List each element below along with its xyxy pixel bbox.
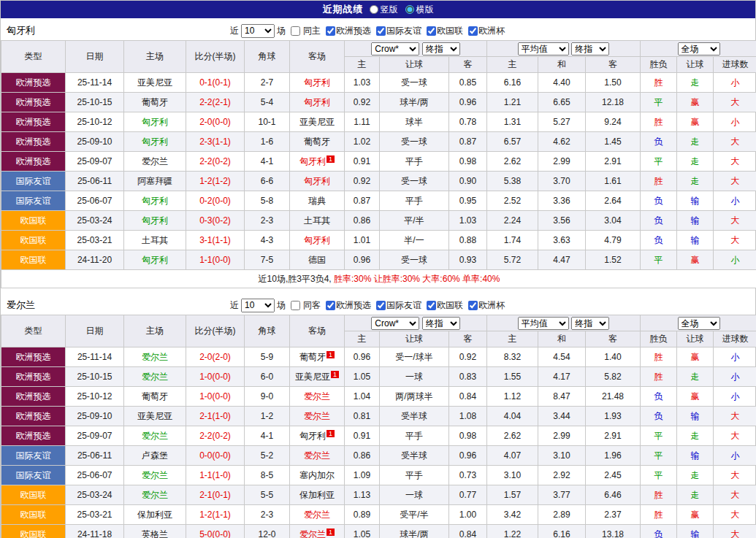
bookmaker-select[interactable]: Crow* [371, 42, 419, 55]
odds-away: 1.03 [449, 211, 487, 231]
comp-option[interactable]: 国际友谊 [373, 299, 421, 312]
home-team: 匈牙利 [124, 250, 186, 270]
team-name: 匈牙利 [304, 235, 330, 245]
avg-draw: 3.44 [538, 407, 586, 426]
result-outcome: 平 [641, 250, 677, 270]
result-outcome: 负 [641, 132, 677, 152]
rank-badge: 1 [327, 351, 335, 358]
match-type: 欧国联 [1, 525, 66, 538]
bookmaker-select[interactable]: Crow* [371, 317, 419, 330]
filter-bar: 近 10 场 同主 欧洲预选 国际友谊 欧国联 欧洲杯 [230, 24, 505, 38]
odds-away: 0.87 [449, 132, 487, 152]
odds-handicap: 平手 [380, 426, 449, 446]
odds-time-select[interactable]: 终指 [422, 317, 460, 330]
col-type: 类型 [1, 41, 66, 73]
average-time-select[interactable]: 终指 [571, 42, 609, 55]
match-date: 25-10-15 [66, 367, 124, 387]
result-handicap: 赢 [677, 112, 714, 132]
team-name: 葡萄牙 [304, 137, 330, 147]
comp-option[interactable]: 欧国联 [424, 25, 463, 37]
comp-option[interactable]: 欧洲预选 [323, 299, 371, 312]
match-type: 欧国联 [1, 505, 66, 525]
match-date: 25-10-15 [66, 93, 124, 112]
match-type: 国际友谊 [1, 446, 66, 466]
corners: 1-6 [245, 132, 290, 152]
period-select[interactable]: 全场 [678, 42, 720, 55]
col-corner: 角球 [245, 41, 290, 73]
result-handicap: 走 [677, 485, 714, 505]
away-team: 保加利亚 [290, 485, 345, 505]
result-goals: 小 [714, 446, 756, 466]
rank-badge: 1 [327, 430, 335, 437]
team-name: 葡萄牙 [299, 352, 326, 362]
comp-checkbox[interactable] [427, 301, 436, 310]
comp-checkbox[interactable] [376, 301, 386, 310]
result-handicap: 赢 [677, 347, 714, 367]
avg-draw: 4.62 [538, 132, 586, 152]
odds-home: 0.96 [345, 250, 380, 270]
comp-label: 欧国联 [437, 25, 463, 37]
period-select[interactable]: 全场 [678, 317, 720, 330]
comp-option[interactable]: 欧洲杯 [465, 299, 505, 312]
team-name: 爱尔兰 [142, 372, 168, 382]
odds-away: 0.83 [449, 367, 487, 387]
match-date: 25-06-07 [66, 466, 124, 485]
match-count-select[interactable]: 10 [241, 24, 275, 38]
home-team: 爱尔兰 [124, 485, 186, 505]
comp-option[interactable]: 欧洲预选 [323, 25, 371, 37]
layout-vertical-radio[interactable] [370, 5, 378, 14]
comp-option[interactable]: 欧洲杯 [465, 25, 505, 37]
avg-away: 2.64 [586, 191, 641, 211]
col-avg-away: 客 [586, 331, 641, 347]
same-venue-checkbox[interactable] [291, 301, 300, 310]
team-name: 爱尔兰 [142, 431, 168, 441]
result-handicap: 输 [677, 231, 714, 250]
team-name: 匈牙利 [142, 137, 168, 147]
avg-draw: 4.54 [538, 347, 586, 367]
odds-handicap: 受一球 [380, 132, 449, 152]
odds-away: 0.95 [449, 191, 487, 211]
comp-checkbox[interactable] [468, 26, 478, 36]
avg-away: 2.91 [586, 152, 641, 172]
layout-vertical-option[interactable]: 竖版 [370, 4, 398, 16]
comp-option[interactable]: 国际友谊 [373, 25, 421, 37]
team-name: 爱尔兰 [299, 529, 326, 538]
result-goals: 小 [714, 347, 756, 367]
avg-away: 4.79 [586, 231, 641, 250]
home-team: 葡萄牙 [124, 387, 186, 407]
result-outcome: 负 [641, 231, 677, 250]
comp-checkbox[interactable] [326, 301, 335, 310]
corners: 2-3 [245, 211, 290, 231]
team-name: 匈牙利 [304, 176, 330, 186]
average-select[interactable]: 平均值 [518, 42, 569, 55]
comp-checkbox[interactable] [326, 26, 335, 36]
avg-home: 3.10 [487, 466, 538, 485]
layout-horizontal-option[interactable]: 横版 [405, 4, 434, 16]
page: 近期战绩 竖版 横版 匈牙利 近 10 场 同主 欧洲预选 国际友谊 [0, 0, 756, 538]
avg-draw: 6.65 [538, 93, 586, 112]
avg-away: 5.82 [586, 367, 641, 387]
match-date: 25-10-12 [66, 112, 124, 132]
same-venue-checkbox[interactable] [291, 26, 300, 36]
comp-checkbox[interactable] [468, 301, 478, 310]
layout-horizontal-radio[interactable] [405, 5, 414, 14]
match-count-select[interactable]: 10 [241, 299, 275, 312]
average-time-select[interactable]: 终指 [571, 317, 609, 330]
result-goals: 大 [714, 231, 756, 250]
result-outcome: 负 [641, 211, 677, 231]
match-row: 欧洲预选25-09-10亚美尼亚2-1(1-0)1-2爱尔兰0.81受半球1.0… [1, 407, 756, 426]
comp-checkbox[interactable] [376, 26, 386, 36]
match-score: 1-2(1-1) [186, 505, 245, 525]
rank-badge: 1 [331, 371, 339, 378]
comp-option[interactable]: 欧国联 [424, 299, 463, 312]
col-date: 日期 [66, 315, 124, 347]
away-team: 爱尔兰 [290, 446, 345, 466]
odds-time-select[interactable]: 终指 [422, 42, 460, 55]
corners: 2-3 [245, 505, 290, 525]
col-avg-draw: 和 [538, 331, 586, 347]
odds-home: 1.01 [345, 231, 380, 250]
comp-checkbox[interactable] [427, 26, 436, 36]
average-select[interactable]: 平均值 [518, 317, 569, 330]
odds-handicap: 受一球 [380, 250, 449, 270]
bookmaker-group: Crow* 终指 [345, 315, 487, 331]
